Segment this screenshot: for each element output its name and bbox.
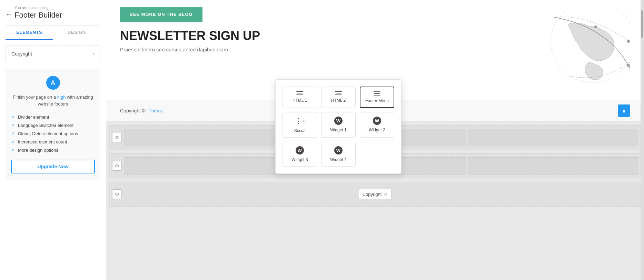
newsletter-title: NEWSLETTER SIGN UP xyxy=(120,29,499,43)
popup-item-social-label: Social xyxy=(294,128,306,133)
newsletter-subtitle: Praesent libero sed cursus anted dapibus… xyxy=(120,47,499,52)
svg-point-1 xyxy=(594,26,597,28)
promo-logo-icon: A xyxy=(46,76,60,90)
popup-item-widget1-label: Widget 1 xyxy=(330,128,346,132)
popup-item-widget3-label: Widget 3 xyxy=(291,157,308,162)
footer-menu-lines-icon xyxy=(374,91,380,96)
popup-item-widget4-label: Widget 4 xyxy=(330,157,346,162)
svg-point-2 xyxy=(627,64,630,67)
feature-list: ✓ Divider element ✓ Language Switcher el… xyxy=(11,113,95,154)
footer-cell-2-1 xyxy=(125,157,295,174)
copyright-tag: Copyright ✕ xyxy=(359,189,392,199)
check-icon-3: ✓ xyxy=(11,131,15,136)
footer-row-3-gear-icon[interactable]: ⚙ xyxy=(112,189,122,199)
footer-cell-1-1 xyxy=(125,129,295,146)
copyright-tag-close-icon[interactable]: ✕ xyxy=(384,191,388,197)
footer-theme-link[interactable]: Theme xyxy=(148,108,164,113)
panel-content: Copyright › A Finish your page on a high… xyxy=(0,40,106,280)
popup-item-widget2[interactable]: W Widget 2 xyxy=(360,112,394,138)
widget4-wp-icon: W xyxy=(334,146,343,154)
footer-row-2-gear-icon[interactable]: ⚙ xyxy=(112,161,122,171)
promo-block: A Finish your page on a high with amazin… xyxy=(6,69,100,180)
promo-description: Finish your page on a high with amazing … xyxy=(11,94,95,107)
back-arrow-icon: ← xyxy=(6,11,12,18)
html1-lines-icon xyxy=(296,91,303,95)
tab-design[interactable]: DESIGN xyxy=(53,26,101,40)
check-icon-5: ✓ xyxy=(11,147,15,153)
globe-image xyxy=(499,7,630,90)
main-content: SEE MORE ON THE BLOG NEWSLETTER SIGN UP … xyxy=(106,0,644,280)
feature-item-3: ✓ Clone, Delete element options xyxy=(11,129,95,138)
popup-item-html1[interactable]: HTML 1 xyxy=(283,87,317,108)
widget1-wp-icon: W xyxy=(334,117,343,125)
popup-menu: HTML 1 HTML 2 Footer Menu ⋮◦ Social W Wi… xyxy=(275,79,402,174)
check-icon-2: ✓ xyxy=(11,122,15,128)
panel-header: ← You are customizing Footer Builder ELE… xyxy=(0,0,106,40)
footer-cell-2-3 xyxy=(468,157,638,174)
footer-row-1-gear-icon[interactable]: ⚙ xyxy=(112,133,122,142)
footer-cell-1-3 xyxy=(468,129,638,146)
popup-item-footer-menu[interactable]: Footer Menu xyxy=(360,87,394,108)
promo-link[interactable]: high xyxy=(57,94,66,100)
back-button[interactable]: ← You are customizing Footer Builder xyxy=(6,6,100,25)
popup-item-widget2-label: Widget 2 xyxy=(369,128,385,132)
feature-item-2: ✓ Language Switcher element xyxy=(11,121,95,129)
widget2-wp-icon: W xyxy=(373,117,381,125)
social-share-icon: ⋮◦ xyxy=(295,117,305,126)
footer-row-3: ⚙ Copyright ✕ xyxy=(109,182,641,207)
popup-item-footer-menu-label: Footer Menu xyxy=(365,98,389,103)
popup-item-social[interactable]: ⋮◦ Social xyxy=(283,112,317,138)
feature-item-4: ✓ Increased element count xyxy=(11,138,95,146)
popup-item-widget3[interactable]: W Widget 3 xyxy=(283,142,317,167)
header-text: You are customizing Footer Builder xyxy=(14,6,62,24)
customizing-label: You are customizing xyxy=(14,6,62,10)
check-icon-4: ✓ xyxy=(11,139,15,144)
feature-item-5: ✓ More design options xyxy=(11,146,95,154)
scroll-to-top-button[interactable]: ▲ xyxy=(618,104,630,117)
popup-item-widget4[interactable]: W Widget 4 xyxy=(321,142,356,167)
copyright-tag-label: Copyright xyxy=(363,192,382,197)
right-scrollbar[interactable] xyxy=(641,0,644,280)
footer-builder-title: Footer Builder xyxy=(14,11,62,24)
tab-elements[interactable]: ELEMENTS xyxy=(6,26,53,40)
popup-item-html1-label: HTML 1 xyxy=(293,98,307,103)
scrollbar-thumb[interactable] xyxy=(641,10,643,38)
footer-copyright-text: Copyright © xyxy=(120,108,146,113)
copyright-item[interactable]: Copyright › xyxy=(6,46,100,62)
globe-svg xyxy=(499,7,630,90)
panel-tabs: ELEMENTS DESIGN xyxy=(6,25,100,40)
see-more-blog-button[interactable]: SEE MORE ON THE BLOG xyxy=(120,7,202,22)
blog-content: SEE MORE ON THE BLOG NEWSLETTER SIGN UP … xyxy=(120,7,499,52)
popup-item-html2[interactable]: HTML 2 xyxy=(321,87,356,108)
svg-point-3 xyxy=(627,40,630,43)
popup-item-html2-label: HTML 2 xyxy=(331,98,346,103)
copyright-item-arrow-icon: › xyxy=(93,51,95,57)
html2-lines-icon xyxy=(335,91,342,95)
left-panel: ← You are customizing Footer Builder ELE… xyxy=(0,0,106,280)
feature-item-1: ✓ Divider element xyxy=(11,113,95,121)
upgrade-now-button[interactable]: Upgrade Now xyxy=(11,160,95,173)
check-icon-1: ✓ xyxy=(11,114,15,120)
popup-item-widget1[interactable]: W Widget 1 xyxy=(321,112,356,138)
widget3-wp-icon: W xyxy=(296,146,304,154)
copyright-item-label: Copyright xyxy=(11,51,32,57)
